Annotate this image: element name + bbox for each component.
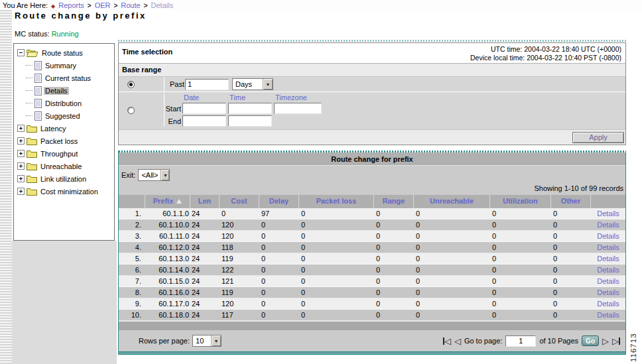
details-link[interactable]: Details	[597, 243, 619, 251]
cell-len: 24	[190, 265, 220, 275]
range-radio-button[interactable]	[127, 107, 135, 114]
cell-rownum: 5.	[119, 253, 145, 264]
collapse-icon[interactable]	[17, 49, 25, 56]
cell-len: 24	[190, 242, 220, 253]
cell-unreachable: 0	[414, 242, 490, 253]
cell-cost: 117	[220, 310, 259, 320]
details-link[interactable]: Details	[597, 277, 619, 285]
first-page-button[interactable]	[443, 337, 451, 345]
details-link[interactable]: Details	[597, 300, 619, 308]
past-unit-select[interactable]: Days	[232, 78, 273, 90]
details-link[interactable]: Details	[597, 210, 619, 217]
document-icon	[34, 61, 42, 70]
tree-item-summary[interactable]: Summary	[14, 59, 114, 72]
folder-open-icon	[27, 48, 38, 57]
details-link[interactable]: Details	[597, 266, 619, 274]
tree-item-packet-loss[interactable]: Packet loss	[14, 135, 114, 147]
triangle-right-icon	[612, 337, 619, 345]
breadcrumb-reports[interactable]: Reports	[58, 1, 84, 9]
cell-unreachable: 0	[414, 208, 490, 219]
details-link[interactable]: Details	[597, 232, 619, 240]
cell-range: 0	[374, 242, 414, 253]
last-page-bar-icon	[619, 337, 620, 345]
exit-select[interactable]: <All>	[138, 169, 170, 181]
cell-prefix: 60.1.14.0	[145, 265, 190, 275]
table-row: 8. 60.1.16.0 24 119 0 0 0 0 0 0 Details	[119, 287, 625, 298]
breadcrumb-route[interactable]: Route	[121, 1, 140, 9]
previous-page-button[interactable]	[454, 337, 461, 345]
time-selection-header: Time selection UTC time: 2004-03-22 18:4…	[119, 43, 625, 63]
tree-connector	[26, 115, 32, 116]
apply-button[interactable]: Apply	[572, 132, 624, 143]
start-label: Start	[164, 105, 182, 113]
start-timezone-input[interactable]	[274, 103, 322, 114]
tree-item-latency[interactable]: Latency	[14, 122, 114, 135]
column-header-packet-loss[interactable]: Packet loss	[299, 195, 374, 208]
cell-prefix: 60.1.18.0	[145, 310, 190, 320]
next-page-button[interactable]	[602, 337, 609, 345]
column-header-len[interactable]: Len	[190, 195, 220, 208]
tree-item-cost-minimization[interactable]: Cost minimization	[14, 185, 114, 198]
expand-icon[interactable]	[17, 188, 25, 195]
column-header-utilization[interactable]: Utilization	[490, 195, 551, 208]
details-link[interactable]: Details	[597, 255, 619, 263]
past-value-input[interactable]	[185, 79, 229, 90]
tree-item-suggested[interactable]: Suggested	[14, 109, 114, 122]
cell-packet-loss: 0	[299, 242, 374, 253]
cell-cost: 122	[220, 265, 259, 275]
end-time-input[interactable]	[228, 115, 272, 127]
breadcrumb-oer[interactable]: OER	[95, 1, 111, 9]
column-header-cost[interactable]: Cost	[220, 195, 259, 208]
cell-len: 24	[190, 287, 220, 298]
cell-packet-loss: 0	[299, 287, 374, 298]
start-date-input[interactable]	[182, 103, 226, 114]
last-page-button[interactable]	[612, 337, 620, 345]
expand-icon[interactable]	[17, 125, 25, 132]
details-link[interactable]: Details	[597, 221, 619, 229]
expand-icon[interactable]	[17, 175, 25, 182]
tree-item-route-status[interactable]: Route status	[14, 46, 114, 59]
exit-filter-row: Exit: <All>	[119, 166, 625, 184]
tree-item-throughput[interactable]: Throughput	[14, 147, 114, 160]
tree-item-label: Details	[44, 87, 69, 95]
breadcrumb-details[interactable]: Details	[151, 1, 174, 9]
column-header-delay[interactable]: Delay	[259, 195, 299, 208]
expand-icon[interactable]	[17, 137, 25, 145]
expand-icon[interactable]	[17, 150, 25, 157]
end-date-input[interactable]	[182, 115, 226, 127]
details-link[interactable]: Details	[597, 311, 619, 319]
goto-page-input[interactable]	[505, 335, 536, 347]
details-link[interactable]: Details	[597, 288, 619, 296]
explicit-range-row: Date Time Timezone Start End	[119, 92, 625, 129]
tree-item-link-utilization[interactable]: Link utilization	[14, 172, 114, 185]
tree-item-label: Unreachable	[39, 162, 83, 170]
past-radio-button[interactable]	[127, 81, 135, 88]
cell-cost: 120	[220, 231, 259, 241]
tree-connector	[26, 90, 32, 91]
cell-len: 24	[190, 310, 220, 320]
chevron-right-icon	[88, 1, 92, 9]
cell-details: Details	[591, 242, 625, 253]
table-row: 1. 60.1.1.0 24 0 97 0 0 0 0 0 Details	[119, 208, 625, 219]
column-header-other[interactable]: Other	[551, 195, 591, 208]
cell-range: 0	[374, 298, 414, 309]
tree-item-current-status[interactable]: Current status	[14, 72, 114, 84]
cell-cost: 120	[220, 219, 259, 230]
tree-item-distribution[interactable]: Distribution	[14, 97, 114, 109]
folder-icon	[27, 137, 37, 145]
column-header-unreachable[interactable]: Unreachable	[414, 195, 490, 208]
start-time-input[interactable]	[228, 103, 272, 114]
column-header-range[interactable]: Range	[374, 195, 414, 208]
go-button[interactable]: Go	[582, 335, 599, 346]
cell-unreachable: 0	[414, 310, 490, 320]
tree-item-unreachable[interactable]: Unreachable	[14, 160, 114, 172]
route-change-title: Route change for prefix	[119, 152, 625, 166]
cell-other: 0	[551, 265, 591, 275]
column-header-prefix[interactable]: Prefix	[145, 195, 190, 208]
expand-icon[interactable]	[17, 162, 25, 170]
tree-item-details[interactable]: Details	[14, 84, 114, 97]
rows-per-page-select[interactable]: 10	[192, 335, 222, 347]
cell-unreachable: 0	[414, 253, 490, 264]
past-controls: Past Days	[164, 78, 273, 90]
cell-prefix: 60.1.17.0	[145, 298, 190, 309]
